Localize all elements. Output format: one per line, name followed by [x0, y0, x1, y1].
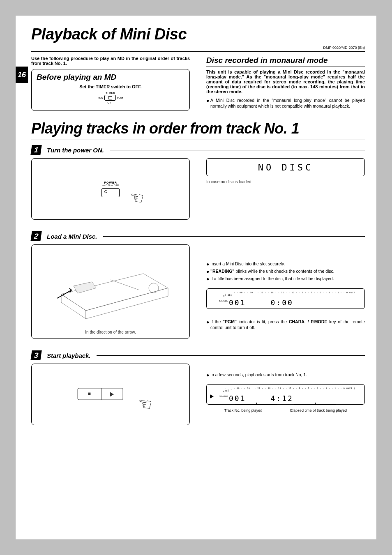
play-panel-sketch [74, 380, 148, 409]
step-2-title: Load a Mini Disc. [47, 233, 97, 240]
hand-pointer-icon: ☞ [128, 187, 145, 208]
section-rule [31, 140, 365, 140]
power-label: POWER [101, 181, 120, 184]
no-disc-display: NO DISC [206, 158, 365, 176]
step-2-note-2: ●"READING" blinks while the unit checks … [206, 268, 365, 275]
db-scale: L _ _ - 40 · - 30 · - 21 · - 18 · - 15 ·… [225, 387, 358, 392]
track-time: 4:12 [271, 394, 293, 403]
step-3-title: Start playback. [47, 352, 91, 359]
page-content: Playback of Mini Disc DMF-9020/MD-2070 (… [31, 25, 365, 425]
svg-rect-6 [78, 388, 123, 400]
svg-rect-8 [88, 393, 90, 395]
step-2-display: L _ _ · - 40 · - 30 · - 21 · - 18 · - 15… [206, 288, 365, 309]
no-disc-caption: In case no disc is loaded: [206, 180, 365, 184]
svg-point-4 [149, 283, 159, 293]
monaural-body: This unit is capable of playing a Mini D… [206, 69, 365, 94]
step-2-illustration: In the direction of the arrow. [31, 244, 190, 339]
step-3-illustration: ☞ [31, 364, 190, 425]
play-icon [210, 394, 214, 398]
db-scale-r: R [223, 390, 224, 393]
monaural-note: ● A Mini Disc recorded in the "monaural … [206, 97, 365, 109]
svg-marker-9 [110, 392, 114, 397]
step-1-title: Turn the power ON. [47, 147, 104, 154]
monaural-note-text: A Mini Disc recorded in the "monaural lo… [210, 97, 365, 109]
md-player-sketch [49, 249, 172, 319]
track-number: 001 [229, 394, 246, 403]
step-3-note: ●In a few seconds, playback starts from … [206, 372, 365, 378]
timer-label-bottom: OFF [108, 101, 114, 104]
step-number-2: 2 [30, 231, 42, 241]
step-3-display: L _ _ - 40 · - 30 · - 21 · - 18 · - 15 ·… [206, 384, 365, 405]
single-label: SINGLE [219, 395, 228, 398]
track-number: 001 [229, 298, 246, 307]
step-1-illustration: POWER — O N — OFF ☞ [31, 158, 190, 220]
intro-text: Use the following procedure to play an M… [31, 56, 190, 66]
power-button-icon [101, 188, 120, 197]
step-2-pgm-note: ● If the "PGM" indicator is lit, press t… [206, 319, 365, 330]
model-header: DMF-9020/MD-2070 (En) [31, 46, 365, 50]
svg-marker-10 [210, 394, 214, 398]
step-2-note-1: ●Insert a Mini Disc into the slot secure… [206, 261, 365, 267]
before-playing-title: Before playing an MD [37, 73, 184, 82]
single-label: SINGLE [219, 299, 228, 302]
step-2-caption: In the direction of the arrow. [85, 330, 136, 334]
timer-label-top: TIMER [106, 92, 115, 94]
timer-switch-icon [104, 95, 116, 101]
title-rule [31, 51, 365, 52]
step-3-header: 3 Start playback. [31, 350, 365, 360]
svg-marker-1 [61, 294, 86, 319]
power-sublabel: — O N — OFF [101, 184, 120, 187]
svg-marker-5 [74, 282, 96, 293]
step-number-3: 3 [30, 350, 42, 360]
page-title: Playback of Mini Disc [31, 25, 365, 43]
svg-line-3 [111, 280, 139, 290]
timer-switch-diagram: TIMER REC PLAY OFF [37, 92, 184, 104]
step-number-1: 1 [30, 145, 42, 155]
timer-label-right: PLAY [117, 97, 123, 99]
db-scale: L _ _ · - 40 · - 30 · - 21 · - 18 · - 15… [225, 291, 358, 296]
before-playing-box: Before playing an MD Set the TIMER switc… [31, 69, 190, 111]
track-time: 0:00 [271, 298, 293, 307]
monaural-title: Disc recorded in monaural mode [206, 56, 365, 67]
step-1-header: 1 Turn the power ON. [31, 145, 365, 155]
annot-track: Track No. being played [224, 408, 262, 412]
step-2-note-3: ●If a title has been assigned to the dis… [206, 276, 365, 282]
annot-time: Elapsed time of track being played [290, 408, 347, 412]
step-2-header: 2 Load a Mini Disc. [31, 231, 365, 241]
timer-label-left: REC [98, 97, 103, 99]
power-button-sketch: POWER — O N — OFF [101, 181, 120, 197]
display-annotations: Track No. being played Elapsed time of t… [206, 408, 365, 412]
section-title: Playing tracks in order from track No. 1 [31, 120, 365, 137]
db-scale-r: R [223, 295, 224, 297]
before-playing-instruction: Set the TIMER switch to OFF. [37, 84, 184, 89]
manual-page: 16 Playback of Mini Disc DMF-9020/MD-207… [16, 16, 376, 539]
page-number: 16 [16, 67, 28, 83]
